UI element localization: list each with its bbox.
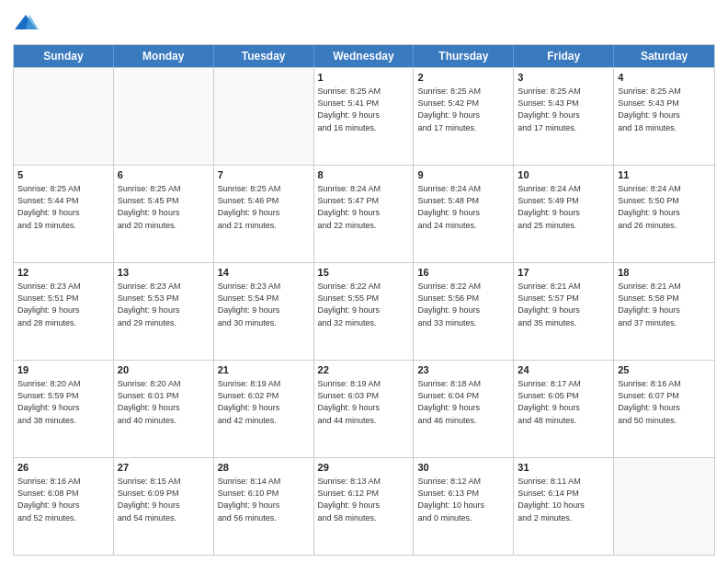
calendar-day-21: 21Sunrise: 8:19 AM Sunset: 6:02 PM Dayli… xyxy=(214,361,314,457)
day-number: 31 xyxy=(518,461,609,475)
calendar-week: 26Sunrise: 8:16 AM Sunset: 6:08 PM Dayli… xyxy=(14,457,714,555)
page-container: SundayMondayTuesdayWednesdayThursdayFrid… xyxy=(0,0,728,563)
calendar-week: 12Sunrise: 8:23 AM Sunset: 5:51 PM Dayli… xyxy=(14,262,714,360)
svg-marker-1 xyxy=(26,15,39,29)
calendar-day-11: 11Sunrise: 8:24 AM Sunset: 5:50 PM Dayli… xyxy=(614,166,714,262)
calendar-day-3: 3Sunrise: 8:25 AM Sunset: 5:43 PM Daylig… xyxy=(514,68,614,165)
day-number: 30 xyxy=(417,461,509,475)
day-info: Sunrise: 8:19 AM Sunset: 6:02 PM Dayligh… xyxy=(218,378,310,426)
day-number: 29 xyxy=(318,461,410,475)
day-number: 25 xyxy=(618,363,711,377)
day-info: Sunrise: 8:20 AM Sunset: 5:59 PM Dayligh… xyxy=(17,378,109,426)
day-number: 18 xyxy=(618,266,711,280)
day-number: 21 xyxy=(218,363,310,377)
calendar-empty-cell xyxy=(614,458,714,555)
calendar-day-9: 9Sunrise: 8:24 AM Sunset: 5:48 PM Daylig… xyxy=(414,166,514,262)
calendar-empty-cell xyxy=(14,68,114,165)
weekday-header: Saturday xyxy=(614,45,714,67)
day-number: 14 xyxy=(218,266,310,280)
day-info: Sunrise: 8:24 AM Sunset: 5:48 PM Dayligh… xyxy=(417,183,509,231)
calendar-day-6: 6Sunrise: 8:25 AM Sunset: 5:45 PM Daylig… xyxy=(114,166,214,262)
day-number: 9 xyxy=(417,168,509,182)
calendar-header-row: SundayMondayTuesdayWednesdayThursdayFrid… xyxy=(14,45,714,67)
day-number: 26 xyxy=(17,461,109,475)
day-info: Sunrise: 8:25 AM Sunset: 5:43 PM Dayligh… xyxy=(518,86,609,133)
day-number: 12 xyxy=(17,266,109,280)
day-number: 17 xyxy=(518,266,609,280)
day-info: Sunrise: 8:24 AM Sunset: 5:49 PM Dayligh… xyxy=(518,183,609,231)
day-info: Sunrise: 8:18 AM Sunset: 6:04 PM Dayligh… xyxy=(417,378,509,426)
calendar-day-26: 26Sunrise: 8:16 AM Sunset: 6:08 PM Dayli… xyxy=(14,458,114,555)
calendar-week: 5Sunrise: 8:25 AM Sunset: 5:44 PM Daylig… xyxy=(14,165,714,262)
calendar-day-5: 5Sunrise: 8:25 AM Sunset: 5:44 PM Daylig… xyxy=(14,166,114,262)
weekday-header: Tuesday xyxy=(214,45,314,67)
day-info: Sunrise: 8:17 AM Sunset: 6:05 PM Dayligh… xyxy=(518,378,609,426)
day-number: 19 xyxy=(17,363,109,377)
day-number: 15 xyxy=(318,266,410,280)
day-info: Sunrise: 8:16 AM Sunset: 6:08 PM Dayligh… xyxy=(17,476,109,523)
day-info: Sunrise: 8:14 AM Sunset: 6:10 PM Dayligh… xyxy=(218,476,310,523)
day-info: Sunrise: 8:15 AM Sunset: 6:09 PM Dayligh… xyxy=(118,476,210,523)
calendar-day-20: 20Sunrise: 8:20 AM Sunset: 6:01 PM Dayli… xyxy=(114,361,214,457)
day-info: Sunrise: 8:23 AM Sunset: 5:54 PM Dayligh… xyxy=(218,281,310,328)
day-info: Sunrise: 8:23 AM Sunset: 5:53 PM Dayligh… xyxy=(118,281,210,328)
day-number: 2 xyxy=(417,71,509,85)
calendar-day-17: 17Sunrise: 8:21 AM Sunset: 5:57 PM Dayli… xyxy=(514,263,614,360)
day-info: Sunrise: 8:21 AM Sunset: 5:57 PM Dayligh… xyxy=(518,281,609,328)
calendar-day-24: 24Sunrise: 8:17 AM Sunset: 6:05 PM Dayli… xyxy=(514,361,614,457)
calendar-day-4: 4Sunrise: 8:25 AM Sunset: 5:43 PM Daylig… xyxy=(614,68,714,165)
day-number: 6 xyxy=(118,168,210,182)
calendar-week: 1Sunrise: 8:25 AM Sunset: 5:41 PM Daylig… xyxy=(14,67,714,165)
weekday-header: Wednesday xyxy=(314,45,415,67)
day-info: Sunrise: 8:13 AM Sunset: 6:12 PM Dayligh… xyxy=(318,476,410,523)
day-number: 5 xyxy=(17,168,109,182)
calendar-day-22: 22Sunrise: 8:19 AM Sunset: 6:03 PM Dayli… xyxy=(314,361,415,457)
day-number: 3 xyxy=(518,71,609,85)
day-number: 28 xyxy=(218,461,310,475)
day-number: 27 xyxy=(118,461,210,475)
weekday-header: Friday xyxy=(514,45,614,67)
calendar-day-7: 7Sunrise: 8:25 AM Sunset: 5:46 PM Daylig… xyxy=(214,166,314,262)
day-info: Sunrise: 8:24 AM Sunset: 5:50 PM Dayligh… xyxy=(618,183,711,231)
day-info: Sunrise: 8:25 AM Sunset: 5:45 PM Dayligh… xyxy=(118,183,210,231)
calendar-day-13: 13Sunrise: 8:23 AM Sunset: 5:53 PM Dayli… xyxy=(114,263,214,360)
day-number: 20 xyxy=(118,363,210,377)
day-info: Sunrise: 8:23 AM Sunset: 5:51 PM Dayligh… xyxy=(17,281,109,328)
day-info: Sunrise: 8:25 AM Sunset: 5:44 PM Dayligh… xyxy=(17,183,109,231)
weekday-header: Monday xyxy=(114,45,214,67)
calendar-empty-cell xyxy=(214,68,314,165)
calendar-day-1: 1Sunrise: 8:25 AM Sunset: 5:41 PM Daylig… xyxy=(314,68,415,165)
day-info: Sunrise: 8:25 AM Sunset: 5:43 PM Dayligh… xyxy=(618,86,711,133)
day-number: 16 xyxy=(417,266,509,280)
logo-icon xyxy=(13,11,39,37)
calendar-day-14: 14Sunrise: 8:23 AM Sunset: 5:54 PM Dayli… xyxy=(214,263,314,360)
day-number: 13 xyxy=(118,266,210,280)
day-info: Sunrise: 8:22 AM Sunset: 5:56 PM Dayligh… xyxy=(417,281,509,328)
day-number: 22 xyxy=(318,363,410,377)
weekday-header: Thursday xyxy=(414,45,514,67)
day-info: Sunrise: 8:16 AM Sunset: 6:07 PM Dayligh… xyxy=(618,378,711,426)
calendar-day-27: 27Sunrise: 8:15 AM Sunset: 6:09 PM Dayli… xyxy=(114,458,214,555)
day-number: 10 xyxy=(518,168,609,182)
calendar-day-8: 8Sunrise: 8:24 AM Sunset: 5:47 PM Daylig… xyxy=(314,166,415,262)
day-info: Sunrise: 8:12 AM Sunset: 6:13 PM Dayligh… xyxy=(417,476,509,523)
calendar-empty-cell xyxy=(114,68,214,165)
day-info: Sunrise: 8:25 AM Sunset: 5:42 PM Dayligh… xyxy=(417,86,509,133)
page-header xyxy=(13,11,715,37)
day-info: Sunrise: 8:20 AM Sunset: 6:01 PM Dayligh… xyxy=(118,378,210,426)
day-number: 7 xyxy=(218,168,310,182)
calendar: SundayMondayTuesdayWednesdayThursdayFrid… xyxy=(13,44,715,556)
day-info: Sunrise: 8:25 AM Sunset: 5:46 PM Dayligh… xyxy=(218,183,310,231)
day-info: Sunrise: 8:22 AM Sunset: 5:55 PM Dayligh… xyxy=(318,281,410,328)
calendar-day-23: 23Sunrise: 8:18 AM Sunset: 6:04 PM Dayli… xyxy=(414,361,514,457)
calendar-day-28: 28Sunrise: 8:14 AM Sunset: 6:10 PM Dayli… xyxy=(214,458,314,555)
calendar-day-29: 29Sunrise: 8:13 AM Sunset: 6:12 PM Dayli… xyxy=(314,458,415,555)
calendar-body: 1Sunrise: 8:25 AM Sunset: 5:41 PM Daylig… xyxy=(14,67,714,555)
day-info: Sunrise: 8:19 AM Sunset: 6:03 PM Dayligh… xyxy=(318,378,410,426)
weekday-header: Sunday xyxy=(14,45,114,67)
calendar-day-12: 12Sunrise: 8:23 AM Sunset: 5:51 PM Dayli… xyxy=(14,263,114,360)
day-number: 8 xyxy=(318,168,410,182)
day-number: 11 xyxy=(618,168,711,182)
calendar-day-18: 18Sunrise: 8:21 AM Sunset: 5:58 PM Dayli… xyxy=(614,263,714,360)
day-number: 24 xyxy=(518,363,609,377)
